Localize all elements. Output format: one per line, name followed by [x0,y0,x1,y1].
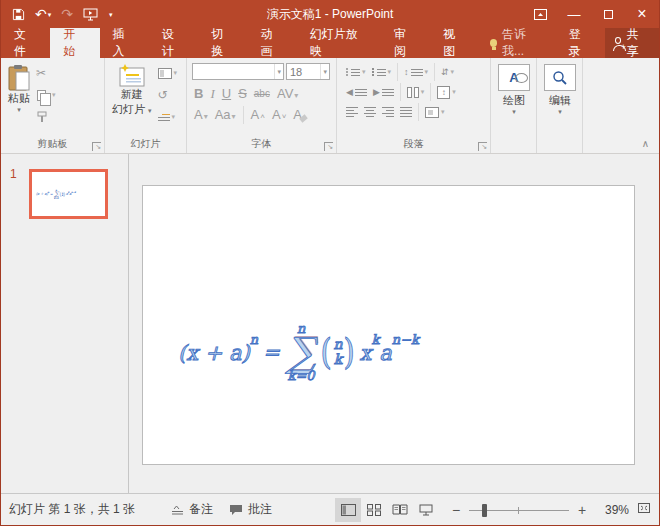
justify-button[interactable] [400,103,412,121]
font-name-combo[interactable]: ▾ [192,63,284,80]
new-slide-button[interactable]: 新建 幻灯片 ▾ [108,62,156,137]
tab-file[interactable]: 文件 [1,28,50,58]
redo-button[interactable]: ↷ [58,5,76,23]
quick-access-toolbar: ↶ ▾ ↷ ▾ [1,5,116,23]
collapse-ribbon-button[interactable]: ∧ [642,138,649,149]
layout-button[interactable]: ▾ [158,64,178,82]
drawing-button[interactable]: A 绘图 ▾ [494,62,534,137]
powerpoint-window: ↶ ▾ ↷ ▾ 演示文稿1 - PowerPoint — × 文件 开始 [0,0,660,526]
grow-font-button[interactable]: A˄ [251,108,265,121]
zoom-in-button[interactable]: + [575,502,589,518]
tab-review[interactable]: 审阅 [381,28,430,58]
close-button[interactable]: × [625,0,659,28]
notes-button[interactable]: 备注 [163,494,221,525]
align-center-button[interactable] [364,103,376,121]
bullets-button[interactable]: ▾ [346,63,366,81]
drawing-label: 绘图 [503,93,525,108]
cut-button[interactable]: ✂ [36,64,56,82]
text-direction-caret-icon: ▾ [451,68,455,76]
tab-slideshow[interactable]: 幻灯片放映 [297,28,381,58]
minimize-button[interactable]: — [557,0,591,28]
eq-x-sup: k [68,191,69,193]
numbering-button[interactable]: ▾ [372,63,392,81]
line-spacing-button[interactable]: ↕▾ [404,63,428,81]
eq-a-sup: n−k [71,191,75,193]
strikethrough-button[interactable]: S [238,87,247,100]
slide-sorter-view-button[interactable] [361,498,387,522]
share-button[interactable]: 共享 [605,28,659,58]
zoom-slider[interactable] [469,503,569,517]
zoom-controls: − + 39% [449,502,629,518]
drawing-caret-icon: ▾ [512,108,516,116]
reading-view-button[interactable] [387,498,413,522]
ribbon-tab-row: 文件 开始 插入 设计 切换 动画 幻灯片放映 审阅 视图 告诉我... 登录 … [1,28,659,58]
maximize-button[interactable] [591,0,625,28]
align-right-button[interactable] [382,103,394,121]
zoom-out-button[interactable]: − [449,502,463,518]
align-text-button[interactable]: ↕▾ [437,83,456,101]
format-painter-button[interactable] [36,108,56,126]
undo-button[interactable]: ↶ ▾ [32,5,54,23]
tab-home[interactable]: 开始 [50,28,99,58]
clipboard-dialog-launcher[interactable]: ↘ [92,142,101,151]
font-dialog-launcher[interactable]: ↘ [324,142,333,151]
increase-indent-button[interactable]: ▶ [373,83,394,101]
new-slide-label-1: 新建 [121,87,143,102]
paragraph-row-2: ◀ ▶ ▾ ↕▾ [340,82,487,102]
tab-view[interactable]: 视图 [430,28,479,58]
tab-insert[interactable]: 插入 [100,28,149,58]
change-case-button[interactable]: Aa▾ [215,108,236,121]
fit-to-window-icon [637,502,651,514]
tell-me-box[interactable]: 告诉我... [480,28,556,58]
underline-button[interactable]: U [222,87,231,100]
paragraph-group-label: 段落 [337,137,490,151]
reading-view-icon [392,504,408,515]
slide-info: 幻灯片 第 1 张，共 1 张 [9,501,135,518]
customize-qat-button[interactable]: ▾ [105,9,116,20]
tab-transitions[interactable]: 切换 [198,28,247,58]
start-slideshow-button[interactable] [80,6,101,23]
eq-paren-right: ) [63,191,65,197]
slideshow-view-button[interactable] [413,498,439,522]
line-spacing-icon [411,69,423,76]
save-button[interactable] [9,6,28,23]
tab-design[interactable]: 设计 [149,28,198,58]
sign-in-button[interactable]: 登录 [556,28,605,58]
columns-button[interactable]: ▾ [407,83,425,101]
paragraph-dialog-launcher[interactable]: ↘ [478,142,487,151]
zoom-percentage[interactable]: 39% [595,503,629,517]
comments-label: 批注 [248,501,272,518]
align-left-button[interactable] [346,103,358,121]
convert-smartart-button[interactable]: ▾ [425,103,445,121]
share-person-icon [615,37,622,44]
font-color-button[interactable]: A▾ [194,108,208,121]
undo-icon: ↶ [35,7,47,21]
section-button[interactable]: ▾ [158,108,178,126]
font-size-combo[interactable]: 18 ▾ [286,63,330,80]
comments-button[interactable]: 批注 [221,494,280,525]
clipboard-group-label: 剪贴板 [1,137,104,151]
character-spacing-button[interactable]: AV▾ [277,87,298,100]
tab-animations[interactable]: 动画 [247,28,296,58]
decrease-indent-button[interactable]: ◀ [346,83,367,101]
clear-formatting-button[interactable]: A [293,108,307,121]
italic-button[interactable]: I [210,87,214,100]
equation-object[interactable]: (x + a)n = n∑k=0 (nk) xkan−k [178,322,419,382]
lightbulb-icon [490,39,498,47]
slide-canvas[interactable]: (x + a)n = n∑k=0 (nk) xkan−k [142,185,635,465]
slide-thumbnail[interactable]: (x + a)n = n∑k=0 (nk) xkan−k [29,169,108,219]
editing-button[interactable]: 编辑 ▾ [540,62,580,137]
reset-button[interactable]: ↺ [158,86,178,104]
shrink-font-button[interactable]: A˅ [272,108,286,121]
normal-view-button[interactable] [335,498,361,522]
bold-button[interactable]: B [194,87,203,100]
text-shadow-button[interactable]: abc [254,89,270,99]
ribbon-display-options-button[interactable] [523,0,557,28]
copy-button[interactable]: ▾ [36,86,56,104]
align-right-icon [382,107,394,117]
paste-button[interactable]: 粘贴 ▾ [4,62,34,137]
text-direction-button[interactable]: ⇵▾ [441,63,454,81]
fit-slide-to-window-button[interactable] [637,502,651,517]
align-text-icon: ↕ [437,86,450,99]
zoom-slider-thumb[interactable] [482,504,487,517]
